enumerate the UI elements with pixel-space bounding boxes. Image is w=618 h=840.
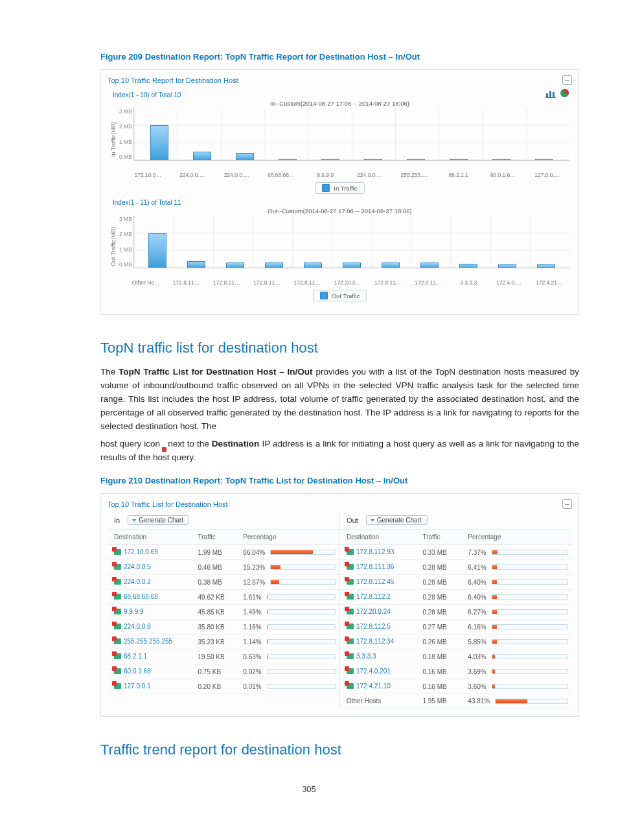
other-hosts-label: Other Hosts xyxy=(347,697,381,705)
chart-in-ylabel: In Traffic(MB) xyxy=(110,108,117,170)
destination-ip-link[interactable]: 172.4.21.10 xyxy=(356,682,391,690)
percentage-bar xyxy=(267,654,336,659)
host-query-icon[interactable] xyxy=(114,638,121,644)
destination-ip-link[interactable]: 60.0.1.68 xyxy=(124,668,151,675)
chart-x-label: 172.8.11… xyxy=(166,279,206,286)
legend-swatch-icon xyxy=(320,292,328,299)
out-list: Out Generate Chart Destination Traffic P… xyxy=(340,511,572,708)
destination-ip-link[interactable]: 172.20.0.24 xyxy=(356,608,391,615)
generate-chart-button-in[interactable]: Generate Chart xyxy=(128,515,189,525)
host-query-icon[interactable] xyxy=(347,653,354,659)
host-query-icon[interactable] xyxy=(114,594,121,600)
generate-chart-label-in: Generate Chart xyxy=(139,517,183,524)
destination-ip-link[interactable]: 224.0.0.2 xyxy=(124,578,151,585)
chart-bar xyxy=(459,264,477,268)
percentage-bar xyxy=(267,609,336,614)
destination-ip-link[interactable]: 172.4.0.201 xyxy=(356,668,391,675)
host-query-icon[interactable] xyxy=(114,624,121,629)
percentage-value: 6.27% xyxy=(468,609,486,616)
destination-ip-link[interactable]: 68.68.68.68 xyxy=(124,593,158,600)
host-query-icon[interactable] xyxy=(347,624,354,629)
host-query-icon[interactable] xyxy=(347,594,354,600)
percentage-bar xyxy=(492,579,568,585)
host-query-icon[interactable] xyxy=(114,564,121,570)
host-query-icon[interactable] xyxy=(114,549,121,555)
host-query-icon[interactable] xyxy=(347,683,354,689)
chart-bar xyxy=(364,159,382,160)
destination-ip-link[interactable]: 224.0.0.6 xyxy=(124,623,151,630)
percentage-value: 3.69% xyxy=(468,668,486,675)
chart-in-yticks: 3 MB2 MB1 MB0 MB xyxy=(119,108,133,160)
percentage-value: 66.04% xyxy=(243,549,265,556)
host-query-icon[interactable] xyxy=(347,579,354,585)
destination-ip-link[interactable]: 172.8.112.34 xyxy=(356,638,394,645)
host-query-icon[interactable] xyxy=(347,668,354,674)
table-row: 172.8.112.93 0.33 MB 7.37% xyxy=(340,545,572,560)
percentage-value: 6.16% xyxy=(468,624,486,631)
chart-out-plot xyxy=(133,216,569,268)
chart-in-legend-text: In Traffic xyxy=(334,185,357,192)
destination-ip-link[interactable]: 224.0.0.5 xyxy=(124,563,151,570)
chart-out-title: Out--Custom(2014-08-27 17:06 -- 2014-08-… xyxy=(110,207,569,215)
para2-b: next to the xyxy=(168,439,212,449)
chart-in-xlabels: 172.10.0…224.0.0.…224.0.0.…68.68.68…9.9.… xyxy=(126,172,569,178)
percentage-value: 5.85% xyxy=(468,638,486,646)
percentage-value: 12.67% xyxy=(243,579,265,586)
chart-x-label: 255.255.… xyxy=(392,172,437,178)
percentage-bar xyxy=(495,699,568,704)
generate-chart-button-out[interactable]: Generate Chart xyxy=(366,515,428,525)
percentage-bar xyxy=(270,579,336,585)
table-row-other-hosts: Other Hosts 1.95 MB 43.81% xyxy=(340,694,572,708)
chart-x-label: 224.0.0.… xyxy=(214,172,259,178)
traffic-value: 0.28 MB xyxy=(416,605,461,620)
traffic-value: 49.62 KB xyxy=(192,590,237,605)
chart-x-label: 224.0.0.… xyxy=(348,172,393,178)
page-number: 305 xyxy=(0,784,618,794)
chart-out-index: Index(1 - 11) of Total 11 xyxy=(113,199,569,206)
table-row: 172.8.112.45 0.28 MB 6.40% xyxy=(340,575,572,590)
host-query-icon[interactable] xyxy=(114,653,121,659)
destination-ip-link[interactable]: 9.9.9.9 xyxy=(124,608,144,615)
percentage-value: 0.01% xyxy=(243,683,261,690)
chart-x-label: 3.3.3.3 xyxy=(448,279,488,286)
chart-bar xyxy=(498,264,516,268)
chart-x-label: 9.9.9.9 xyxy=(303,172,348,178)
destination-ip-link[interactable]: 68.2.1.1 xyxy=(124,653,147,660)
host-query-icon[interactable] xyxy=(347,609,354,614)
table-row: 127.0.0.1 0.20 KB 0.01% xyxy=(108,679,339,694)
col-percentage: Percentage xyxy=(236,530,339,545)
chart-x-label: 224.0.0.… xyxy=(170,172,215,178)
collapse-icon[interactable]: – xyxy=(562,75,572,85)
percentage-bar xyxy=(267,669,336,674)
host-query-icon[interactable] xyxy=(114,668,121,674)
destination-ip-link[interactable]: 3.3.3.3 xyxy=(356,653,376,660)
destination-ip-link[interactable]: 255.255.255.255 xyxy=(124,638,172,645)
table-row: 172.4.21.10 0.16 MB 3.60% xyxy=(340,679,572,694)
destination-ip-link[interactable]: 172.10.0.69 xyxy=(124,548,158,555)
host-query-icon[interactable] xyxy=(114,579,121,585)
percentage-value: 6.40% xyxy=(468,594,486,601)
tab-out-label: Out xyxy=(347,517,358,524)
chart-out-yticks: 3 MB2 MB1 MB0 MB xyxy=(119,216,133,268)
host-query-icon[interactable] xyxy=(347,638,354,644)
chart-x-label: 172.4.0.… xyxy=(488,279,529,286)
host-query-icon[interactable] xyxy=(347,549,354,555)
host-query-icon[interactable] xyxy=(114,683,121,689)
destination-ip-link[interactable]: 172.8.112.5 xyxy=(356,623,391,630)
traffic-value: 0.75 KB xyxy=(192,664,237,679)
percentage-bar xyxy=(492,550,568,555)
collapse-icon[interactable]: – xyxy=(562,499,572,509)
percentage-value: 1.16% xyxy=(243,624,261,631)
destination-ip-link[interactable]: 172.8.112.45 xyxy=(356,578,394,585)
host-query-icon[interactable] xyxy=(114,609,121,614)
out-table: Destination Traffic Percentage 172.8.112… xyxy=(340,530,572,708)
chart-in: Index(1 - 10) of Total 10 In--Custom(201… xyxy=(110,91,569,194)
host-query-icon[interactable] xyxy=(347,564,354,570)
destination-ip-link[interactable]: 127.0.0.1 xyxy=(124,682,151,690)
destination-ip-link[interactable]: 172.8.111.36 xyxy=(356,563,394,570)
col-destination: Destination xyxy=(340,530,416,545)
destination-ip-link[interactable]: 172.8.112.93 xyxy=(356,548,394,555)
table-row: 224.0.0.6 35.80 KB 1.16% xyxy=(108,620,339,635)
destination-ip-link[interactable]: 172.8.112.2 xyxy=(356,593,391,600)
para2-a: host query icon xyxy=(100,439,163,449)
